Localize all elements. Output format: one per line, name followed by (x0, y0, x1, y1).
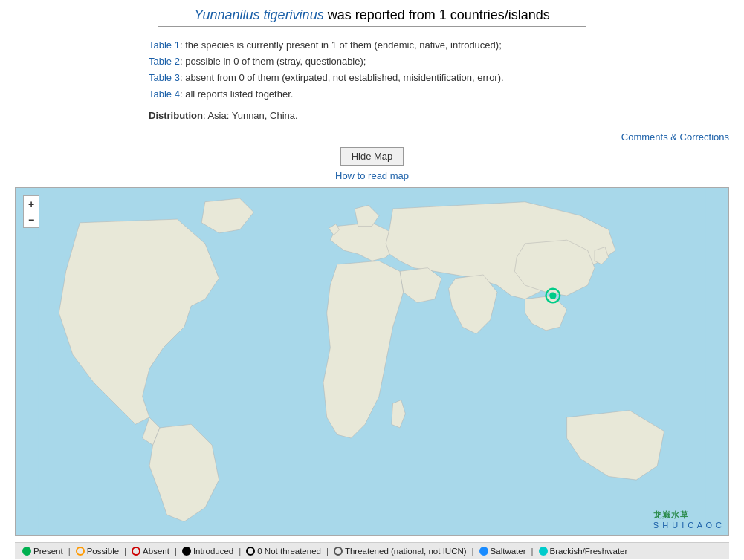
legend-brackish-dot (539, 547, 548, 556)
legend-present-dot (22, 547, 31, 556)
table2-link[interactable]: Table 2 (149, 56, 180, 67)
legend-introduced-dot (182, 547, 191, 556)
table3-text: : absent from 0 of them (extirpated, not… (180, 72, 504, 83)
location-marker-inner (549, 293, 556, 299)
legend-brackish-label: Brackish/Freshwater (550, 547, 628, 556)
table3-line: Table 3: absent from 0 of them (extirpat… (149, 70, 729, 86)
legend-not-threatened-label: 0 Not threatened (257, 547, 321, 556)
table1-line: Table 1: the species is currently presen… (149, 37, 729, 53)
table2-text: : possible in 0 of them (stray, question… (180, 56, 366, 67)
distribution-label: Distribution (149, 110, 203, 121)
legend-not-threatened-dot (246, 547, 255, 556)
comments-corrections-link[interactable]: Comments & Corrections (621, 131, 729, 143)
legend-threatened-dot (334, 547, 343, 556)
legend-threatened: Threatened (national, not IUCN) (334, 547, 467, 556)
watermark: 龙巅水草 S H U I C A O C (653, 509, 722, 530)
species-name: Yunnanilus tigerivinus (194, 7, 323, 22)
comments-corrections: Comments & Corrections (15, 131, 729, 143)
legend-introduced-label: Introduced (193, 547, 233, 556)
sep7: | (531, 547, 534, 556)
legend-possible-label: Possible (87, 547, 119, 556)
table1-link[interactable]: Table 1 (149, 39, 180, 51)
map-controls: Hide Map (15, 147, 729, 166)
zoom-out-button[interactable]: − (23, 212, 39, 228)
legend-bar: Present | Possible | Absent | Introduced… (15, 542, 729, 559)
table4-line: Table 4: all reports listed together. (149, 86, 729, 102)
sep3: | (175, 547, 177, 556)
table4-text: : all reports listed together. (180, 88, 293, 100)
distribution-line: Distribution: Asia: Yunnan, China. (149, 110, 729, 121)
table3-link[interactable]: Table 3 (149, 72, 180, 83)
zoom-controls: + − (23, 195, 39, 228)
title-divider (158, 26, 586, 27)
legend-introduced: Introduced (182, 547, 233, 556)
legend-present: Present (22, 547, 63, 556)
info-lines: Table 1: the species is currently presen… (149, 37, 729, 102)
table4-link[interactable]: Table 4 (149, 88, 180, 100)
table2-line: Table 2: possible in 0 of them (stray, q… (149, 53, 729, 70)
title-rest: was reported from 1 countries/islands (324, 7, 550, 22)
legend-threatened-label: Threatened (national, not IUCN) (345, 547, 467, 556)
legend-saltwater-dot (479, 547, 488, 556)
sep5: | (326, 547, 329, 556)
distribution-text: : Asia: Yunnan, China. (203, 110, 298, 121)
world-map (16, 188, 728, 535)
legend-possible: Possible (76, 547, 119, 556)
legend-saltwater: Saltwater (479, 547, 526, 556)
table1-text: : the species is currently present in 1 … (180, 39, 502, 51)
sep1: | (68, 547, 71, 556)
sep6: | (472, 547, 474, 556)
sep2: | (124, 547, 126, 556)
legend-absent-dot (132, 547, 140, 556)
sep4: | (239, 547, 241, 556)
legend-absent: Absent (132, 547, 169, 556)
zoom-in-button[interactable]: + (23, 195, 39, 212)
legend-absent-label: Absent (143, 547, 169, 556)
legend-not-threatened: 0 Not threatened (246, 547, 321, 556)
map-container: + − (15, 187, 729, 536)
legend-saltwater-label: Saltwater (491, 547, 526, 556)
hide-map-button[interactable]: Hide Map (340, 147, 404, 166)
legend-brackish: Brackish/Freshwater (539, 547, 628, 556)
how-to-read: How to read map (15, 170, 729, 181)
how-to-read-link[interactable]: How to read map (335, 170, 409, 181)
legend-present-label: Present (33, 547, 63, 556)
legend-possible-dot (76, 547, 85, 556)
page-title: Yunnanilus tigerivinus was reported from… (15, 7, 729, 23)
